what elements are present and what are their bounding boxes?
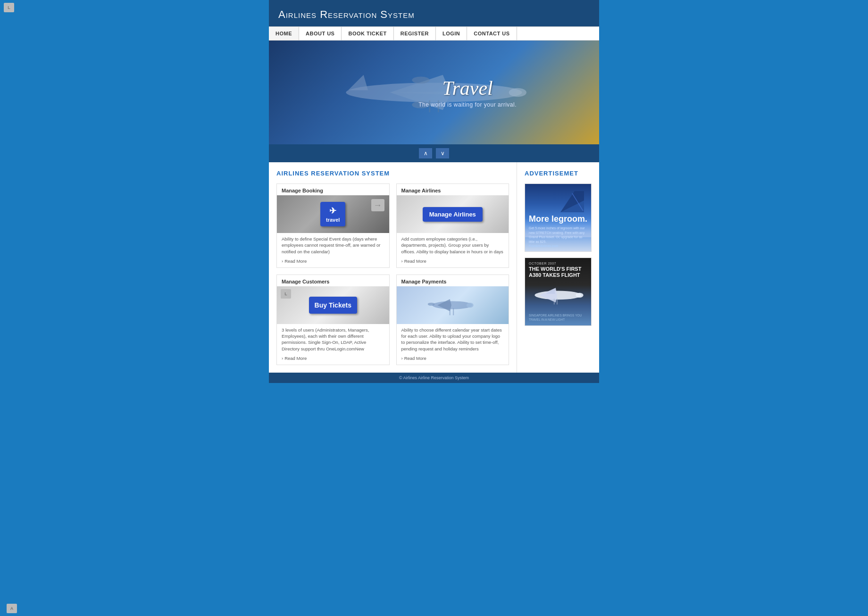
card-manage-airlines-title: Manage Airlines <box>397 184 509 195</box>
cards-grid: Manage Booking → ✈ travel Ability to def… <box>276 183 509 365</box>
card-manage-payments-image <box>397 286 509 324</box>
card-manage-airlines: Manage Airlines L A Manage Airlines Add … <box>396 183 509 268</box>
a380-svg <box>529 283 587 308</box>
payments-graphic <box>397 286 509 324</box>
sidebar: ADVERTISEMET More legroom. Get 5 more in… <box>517 162 599 373</box>
card-manage-airlines-image: L A Manage Airlines <box>397 195 509 233</box>
card-manage-booking-title: Manage Booking <box>277 184 389 195</box>
sidebar-title: ADVERTISEMET <box>525 170 592 177</box>
card-manage-airlines-readmore[interactable]: › Read More <box>397 257 509 264</box>
hero-subtitle-text: The world is waiting for your arrival. <box>418 101 517 108</box>
content-left: AIRLINES RESERVATION SYSTEM Manage Booki… <box>269 162 517 373</box>
site-header: Airlines Reservation System <box>269 0 599 26</box>
nav-item-login[interactable]: LOGIN <box>436 27 467 40</box>
card-manage-payments-title: Manage Payments <box>397 275 509 286</box>
card-manage-booking-readmore[interactable]: › Read More <box>277 257 389 264</box>
payments-airplane-svg <box>408 290 497 320</box>
nav-item-register[interactable]: REGISTER <box>394 27 436 40</box>
ad-legroom-url: FrontierAirlines.com <box>529 244 558 248</box>
carousel-up-button[interactable]: ∧ <box>419 148 432 158</box>
card-manage-airlines-desc: Add custom employee categories (i.e., de… <box>397 236 509 257</box>
arrow-icon-4: › <box>401 356 403 361</box>
carousel-down-button[interactable]: ∨ <box>436 148 449 158</box>
hero-banner: Travel The world is waiting for your arr… <box>269 41 599 144</box>
svg-point-12 <box>467 303 474 308</box>
nav-item-contact[interactable]: CONTACT US <box>467 27 517 40</box>
site-title: Airlines Reservation System <box>278 8 590 21</box>
ad-legroom-plane <box>551 186 589 215</box>
card-manage-booking-desc: Ability to define Special Event days (da… <box>277 236 389 257</box>
ad-legroom[interactable]: More legroom. Get 5 more inches of legro… <box>525 183 592 252</box>
carousel-controls: ∧ ∨ <box>269 144 599 162</box>
travel-key: ✈ travel <box>320 202 345 226</box>
arrow-icon: › <box>282 258 283 264</box>
site-footer: © Airlines Airline Reservation System <box>269 373 599 383</box>
card-manage-customers-image: L Buy Tickets <box>277 286 389 324</box>
ad-a380-date: OCTOBER 2007 <box>529 262 587 265</box>
card-manage-customers: Manage Customers L Buy Tickets 3 levels … <box>276 275 390 365</box>
card-manage-customers-readmore[interactable]: › Read More <box>277 354 389 361</box>
hero-travel-text: Travel <box>418 77 517 100</box>
ad-a380-plane <box>529 278 587 312</box>
buy-tickets-graphic: L Buy Tickets <box>277 286 389 324</box>
card-manage-booking: Manage Booking → ✈ travel Ability to def… <box>276 183 390 268</box>
card-manage-payments-readmore[interactable]: › Read More <box>397 354 509 361</box>
ad-a380[interactable]: OCTOBER 2007 THE WORLD'S FIRST A380 TAKE… <box>525 258 592 326</box>
section-title: AIRLINES RESERVATION SYSTEM <box>276 170 509 177</box>
hero-text-block: Travel The world is waiting for your arr… <box>418 77 517 108</box>
ad-legroom-subtext: Get 5 more inches of legroom with our ne… <box>529 226 587 244</box>
card-manage-payments-desc: Ability to choose different calendar yea… <box>397 327 509 354</box>
book-now-graphic: L A Manage Airlines <box>397 195 509 233</box>
page-wrapper: Airlines Reservation System HOME ABOUT U… <box>269 0 599 383</box>
svg-point-13 <box>428 303 435 306</box>
footer-text: © Airlines Airline Reservation System <box>399 375 469 380</box>
main-content: AIRLINES RESERVATION SYSTEM Manage Booki… <box>269 162 599 373</box>
card-manage-customers-desc: 3 levels of users (Administrators, Manag… <box>277 327 389 354</box>
ad-a380-headline: THE WORLD'S FIRST A380 TAKES FLIGHT <box>529 266 587 278</box>
book-now-key: Manage Airlines <box>423 207 483 222</box>
nav-item-about[interactable]: ABOUT US <box>299 27 342 40</box>
card-manage-booking-image: → ✈ travel <box>277 195 389 233</box>
arrow-icon-2: › <box>401 258 403 264</box>
ad-legroom-headline: More legroom. <box>529 215 587 224</box>
card-manage-customers-title: Manage Customers <box>277 275 389 286</box>
svg-marker-3 <box>348 75 368 91</box>
nav-item-book[interactable]: BOOK TICKET <box>342 27 393 40</box>
svg-point-23 <box>576 293 584 298</box>
tail-fin-svg <box>551 186 589 215</box>
nav-bar: HOME ABOUT US BOOK TICKET REGISTER LOGIN… <box>269 26 599 41</box>
travel-key-graphic: → ✈ travel <box>277 195 389 233</box>
card-manage-payments: Manage Payments <box>396 275 509 365</box>
nav-item-home[interactable]: HOME <box>269 27 299 40</box>
arrow-icon-3: › <box>282 356 283 361</box>
buy-tickets-key: Buy Tickets <box>309 297 357 314</box>
ad-a380-subtext: SINGAPORE AIRLINES BRINGS YOU TRAVEL IN … <box>529 314 587 322</box>
